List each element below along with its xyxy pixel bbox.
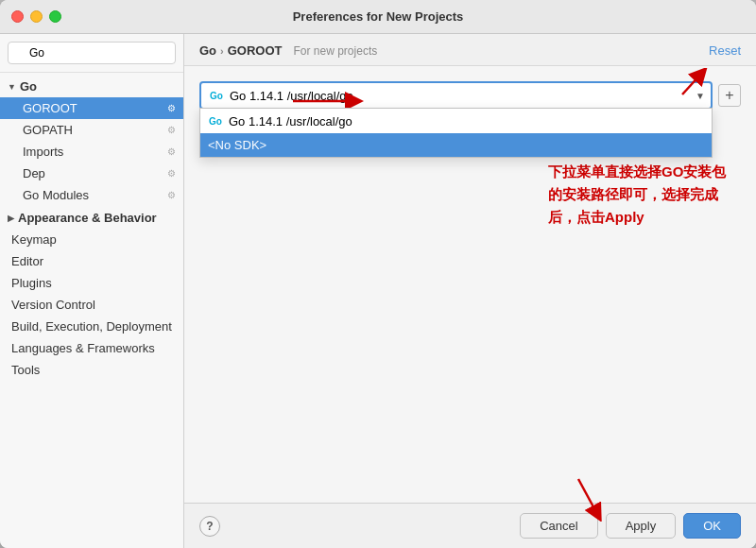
go-icon-2: Go xyxy=(208,113,223,128)
main-content: Go Go 1.14.1 /usr/local/go ▼ Go Go 1.14.… xyxy=(184,66,756,503)
sidebar-go-label: Go xyxy=(20,79,37,94)
sidebar-gopath-label: GOPATH xyxy=(23,123,73,137)
sidebar-item-editor[interactable]: Editor xyxy=(0,250,183,272)
settings-icon4: ⚙ xyxy=(167,168,176,179)
settings-icon2: ⚙ xyxy=(167,125,176,135)
main-header: Go › GOROOT For new projects Reset xyxy=(184,34,756,66)
sdk-option-1-label: <No SDK> xyxy=(208,138,266,152)
search-input[interactable] xyxy=(8,42,176,64)
collapse-icon: ▼ xyxy=(8,82,16,92)
minimize-button[interactable] xyxy=(30,10,43,23)
window-title: Preferences for New Projects xyxy=(293,9,464,24)
sidebar-languages-label: Languages & Frameworks xyxy=(11,341,155,355)
apply-button[interactable]: Apply xyxy=(606,513,677,539)
sdk-selected-label: Go 1.14.1 /usr/local/go xyxy=(230,89,353,103)
main-panel: Go › GOROOT For new projects Reset Go Go… xyxy=(184,34,756,548)
breadcrumb: Go › GOROOT xyxy=(199,43,283,58)
sidebar-plugins-label: Plugins xyxy=(11,276,52,290)
sidebar-item-appearance-behavior[interactable]: ▶ Appearance & Behavior xyxy=(0,206,183,229)
sidebar-build-label: Build, Execution, Deployment xyxy=(11,319,172,334)
search-wrapper: 🔍 xyxy=(8,42,176,64)
for-new-projects-label: For new projects xyxy=(294,44,378,58)
breadcrumb-page: GOROOT xyxy=(228,43,283,58)
footer-left: ? xyxy=(199,516,220,537)
sdk-list-item-nosdk[interactable]: <No SDK> xyxy=(200,133,712,157)
sidebar-item-version-control[interactable]: Version Control xyxy=(0,294,183,316)
add-sdk-button[interactable]: + xyxy=(718,84,741,107)
sidebar-goroot-label: GOROOT xyxy=(23,101,77,115)
sidebar-item-go-modules[interactable]: Go Modules ⚙ xyxy=(0,184,183,206)
sidebar-item-build-execution[interactable]: Build, Execution, Deployment xyxy=(0,316,183,337)
annotation-text: 下拉菜单直接选择GO安装包的安装路径即可，选择完成后，点击Apply xyxy=(548,161,737,229)
traffic-lights xyxy=(11,10,61,23)
sdk-dropdown-selected[interactable]: Go Go 1.14.1 /usr/local/go ▼ xyxy=(201,83,711,108)
preferences-window: Preferences for New Projects 🔍 ▼ Go GORO… xyxy=(0,0,756,548)
sidebar-section: ▼ Go GOROOT ⚙ GOPATH ⚙ Imports ⚙ xyxy=(0,73,183,383)
footer-right: Cancel Apply OK xyxy=(520,513,741,539)
sdk-list-item-go[interactable]: Go Go 1.14.1 /usr/local/go xyxy=(200,109,712,133)
expand-icon: ▶ xyxy=(8,214,14,223)
sidebar-item-plugins[interactable]: Plugins xyxy=(0,272,183,294)
maximize-button[interactable] xyxy=(49,10,61,23)
sidebar-item-languages-frameworks[interactable]: Languages & Frameworks xyxy=(0,337,183,359)
sidebar-tools-label: Tools xyxy=(11,363,40,377)
sidebar: 🔍 ▼ Go GOROOT ⚙ GOPATH ⚙ xyxy=(0,34,184,548)
sdk-option-0-label: Go 1.14.1 /usr/local/go xyxy=(229,114,352,128)
breadcrumb-root: Go xyxy=(199,43,216,58)
search-box: 🔍 xyxy=(0,34,183,73)
sidebar-item-imports[interactable]: Imports ⚙ xyxy=(0,141,183,163)
sidebar-imports-label: Imports xyxy=(23,145,63,159)
sidebar-item-dep[interactable]: Dep ⚙ xyxy=(0,163,183,184)
title-bar: Preferences for New Projects xyxy=(0,0,756,34)
sidebar-version-control-label: Version Control xyxy=(11,298,95,312)
sidebar-dep-label: Dep xyxy=(23,166,45,180)
content-area: 🔍 ▼ Go GOROOT ⚙ GOPATH ⚙ xyxy=(0,34,756,548)
chevron-down-icon: ▼ xyxy=(696,91,705,101)
sdk-dropdown[interactable]: Go Go 1.14.1 /usr/local/go ▼ Go Go 1.14.… xyxy=(199,81,713,110)
goroot-selector: Go Go 1.14.1 /usr/local/go ▼ Go Go 1.14.… xyxy=(199,81,741,110)
settings-icon5: ⚙ xyxy=(167,190,176,200)
breadcrumb-separator: › xyxy=(220,45,224,57)
footer: ? Cancel Apply OK xyxy=(184,503,756,548)
sdk-list: Go Go 1.14.1 /usr/local/go <No SDK> xyxy=(199,108,713,158)
sidebar-keymap-label: Keymap xyxy=(11,232,57,247)
sidebar-go-modules-label: Go Modules xyxy=(23,188,89,202)
sidebar-item-goroot[interactable]: GOROOT ⚙ xyxy=(0,97,183,119)
close-button[interactable] xyxy=(11,10,24,23)
sidebar-item-gopath[interactable]: GOPATH ⚙ xyxy=(0,119,183,141)
annotation-content: 下拉菜单直接选择GO安装包的安装路径即可，选择完成后，点击Apply xyxy=(548,163,726,225)
sidebar-item-tools[interactable]: Tools xyxy=(0,359,183,381)
settings-icon3: ⚙ xyxy=(167,146,176,157)
settings-icon: ⚙ xyxy=(167,103,176,113)
sidebar-item-go[interactable]: ▼ Go xyxy=(0,75,183,97)
reset-button[interactable]: Reset xyxy=(709,43,741,58)
go-icon: Go xyxy=(209,88,224,103)
help-button[interactable]: ? xyxy=(199,516,220,537)
sidebar-item-keymap[interactable]: Keymap xyxy=(0,229,183,250)
cancel-button[interactable]: Cancel xyxy=(520,513,597,539)
sidebar-editor-label: Editor xyxy=(11,254,43,268)
ok-button[interactable]: OK xyxy=(683,513,741,539)
sidebar-appearance-label: Appearance & Behavior xyxy=(18,211,157,225)
